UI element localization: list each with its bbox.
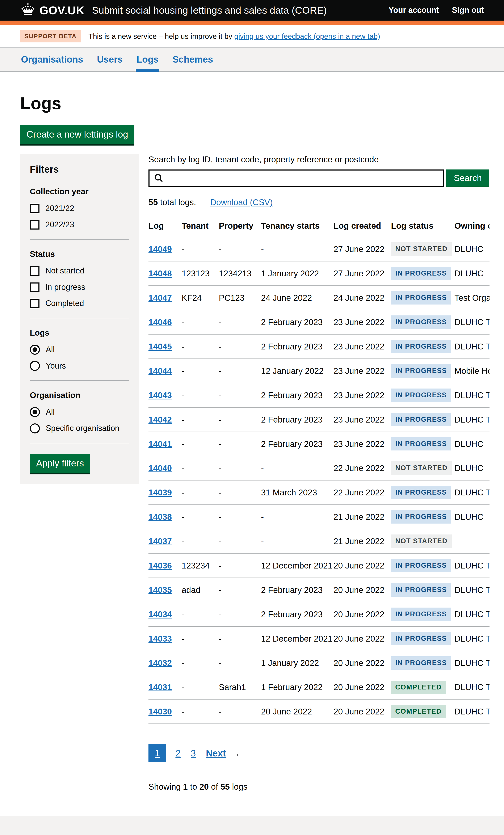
create-lettings-log-button[interactable]: Create a new lettings log	[20, 125, 135, 144]
log-created-cell: 23 June 2022	[334, 383, 391, 407]
log-id-link[interactable]: 14047	[148, 293, 172, 302]
column-header-owning-organisation: Owning organisation	[455, 216, 489, 237]
log-id-link[interactable]: 14043	[148, 391, 172, 400]
log-created-cell: 21 June 2022	[334, 529, 391, 553]
checkbox-in-progress[interactable]: In progress	[30, 282, 129, 292]
property-cell: -	[219, 553, 261, 578]
property-cell: -	[219, 480, 261, 505]
log-id-link[interactable]: 14042	[148, 415, 172, 424]
property-cell: -	[219, 456, 261, 480]
log-id-link[interactable]: 14040	[148, 464, 172, 473]
nav-link-organisations[interactable]: Organisations	[20, 48, 84, 72]
log-id-link[interactable]: 14030	[148, 707, 172, 716]
tenancy-starts-cell: 1 January 2022	[261, 651, 334, 675]
tenancy-starts-cell: -	[261, 456, 334, 480]
checkbox-2022-23[interactable]: 2022/23	[30, 220, 129, 230]
radio-organisation-specific[interactable]: Specific organisation	[30, 423, 129, 433]
checkbox-icon[interactable]	[30, 220, 39, 229]
search-button[interactable]: Search	[446, 169, 489, 187]
log-status-cell: IN PROGRESS	[391, 286, 455, 310]
nav-link-schemes[interactable]: Schemes	[172, 48, 214, 72]
log-created-cell: 23 June 2022	[334, 359, 391, 383]
download-csv-link[interactable]: Download (CSV)	[210, 198, 273, 207]
radio-label: All	[46, 407, 55, 417]
log-id-link[interactable]: 14049	[148, 244, 172, 254]
nav-link-logs[interactable]: Logs	[136, 48, 159, 72]
log-id-link[interactable]: 14032	[148, 658, 172, 668]
owning-organisation-cell: DLUHC Tes	[455, 578, 489, 602]
service-name-link[interactable]: Submit social housing lettings and sales…	[92, 4, 327, 17]
search-label: Search by log ID, tenant code, property …	[148, 154, 489, 165]
tenant-cell: -	[182, 334, 219, 359]
status-badge: IN PROGRESS	[391, 656, 451, 670]
log-id-link[interactable]: 14041	[148, 439, 172, 449]
radio-icon[interactable]	[30, 423, 40, 433]
radio-logs-all[interactable]: All	[30, 344, 129, 355]
table-row: 14040 - - - 22 June 2022 NOT STARTED DLU…	[148, 456, 489, 480]
log-created-cell: 21 June 2022	[334, 505, 391, 529]
status-badge: IN PROGRESS	[391, 413, 451, 426]
radio-icon-selected[interactable]	[30, 345, 40, 355]
tenant-cell: -	[182, 310, 219, 334]
nav-item-schemes: Schemes	[172, 48, 214, 72]
log-status-cell: IN PROGRESS	[391, 651, 455, 675]
govuk-home-link[interactable]: GOV.UK	[20, 3, 84, 18]
checkbox-icon[interactable]	[30, 299, 39, 308]
log-id-link[interactable]: 14037	[148, 536, 172, 546]
pagination-page-2[interactable]: 2	[175, 747, 180, 759]
owning-organisation-cell: DLUHC Tes	[455, 310, 489, 334]
checkbox-icon[interactable]	[30, 283, 39, 292]
radio-icon-selected[interactable]	[30, 407, 40, 417]
feedback-link[interactable]: giving us your feedback (opens in a new …	[234, 32, 380, 40]
checkbox-2021-22[interactable]: 2021/22	[30, 203, 129, 213]
results-count-line: 55 total logs. Download (CSV)	[148, 197, 489, 208]
status-badge: IN PROGRESS	[391, 388, 451, 402]
checkbox-icon[interactable]	[30, 266, 39, 276]
property-cell: -	[219, 432, 261, 456]
log-id-link[interactable]: 14036	[148, 561, 172, 570]
checkbox-icon[interactable]	[30, 204, 39, 213]
radio-icon[interactable]	[30, 361, 40, 371]
summary-from: 1	[183, 782, 188, 791]
tenancy-starts-cell: 2 February 2023	[261, 578, 334, 602]
owning-organisation-cell: DLUHC Tes	[455, 675, 489, 699]
tenant-cell: -	[182, 699, 219, 724]
log-status-cell: IN PROGRESS	[391, 407, 455, 432]
tenant-cell: -	[182, 651, 219, 675]
property-cell: -	[219, 237, 261, 261]
log-status-cell: IN PROGRESS	[391, 432, 455, 456]
owning-organisation-cell: DLUHC	[455, 261, 489, 286]
log-id-link[interactable]: 14034	[148, 610, 172, 619]
pagination-next-link[interactable]: Next	[206, 747, 226, 759]
log-id-link[interactable]: 14044	[148, 366, 172, 375]
your-account-link[interactable]: Your account	[388, 5, 439, 15]
column-header-tenant: Tenant	[182, 216, 219, 237]
owning-organisation-cell: Mobile Hou	[455, 359, 489, 383]
radio-logs-yours[interactable]: Yours	[30, 361, 129, 371]
log-id-link[interactable]: 14038	[148, 512, 172, 522]
pagination-page-1-current[interactable]: 1	[148, 744, 166, 762]
apply-filters-button[interactable]: Apply filters	[30, 454, 90, 473]
nav-link-users[interactable]: Users	[96, 48, 123, 72]
checkbox-not-started[interactable]: Not started	[30, 266, 129, 276]
filters-panel: Filters Collection year 2021/22 2022/23 …	[20, 154, 139, 484]
search-input[interactable]	[148, 169, 444, 187]
table-row: 14048 123123 1234213 1 January 2022 27 J…	[148, 261, 489, 286]
sign-out-link[interactable]: Sign out	[452, 5, 484, 15]
log-id-link[interactable]: 14031	[148, 683, 172, 692]
log-status-cell: NOT STARTED	[391, 237, 455, 261]
tenancy-starts-cell: 1 February 2022	[261, 675, 334, 699]
logs-table: Log Tenant Property Tenancy starts Log c…	[148, 216, 489, 724]
log-id-link[interactable]: 14033	[148, 634, 172, 643]
log-id-link[interactable]: 14046	[148, 318, 172, 327]
log-id-link[interactable]: 14048	[148, 269, 172, 278]
pagination-page-3[interactable]: 3	[191, 747, 196, 759]
tenancy-starts-cell: 24 June 2022	[261, 286, 334, 310]
log-id-link[interactable]: 14045	[148, 342, 172, 351]
log-id-link[interactable]: 14039	[148, 488, 172, 497]
property-cell: -	[219, 602, 261, 627]
log-id-link[interactable]: 14035	[148, 585, 172, 594]
checkbox-completed[interactable]: Completed	[30, 298, 129, 308]
property-cell: -	[219, 529, 261, 553]
radio-organisation-all[interactable]: All	[30, 407, 129, 417]
